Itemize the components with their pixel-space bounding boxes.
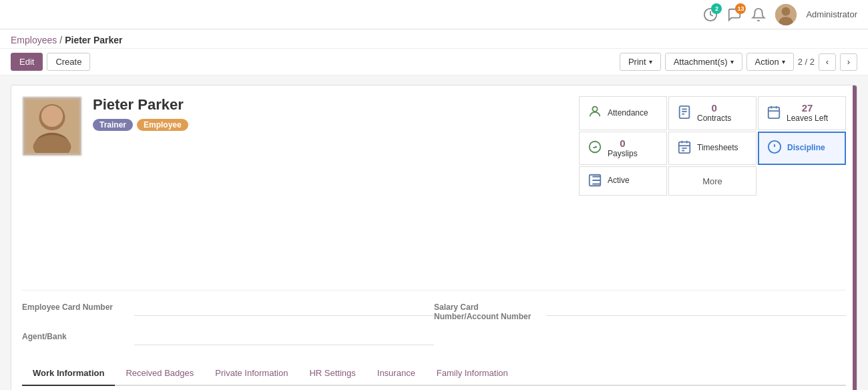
action-button[interactable]: Action ▾ xyxy=(746,53,794,71)
status-bar xyxy=(853,85,857,390)
active-button[interactable]: Active xyxy=(579,166,667,196)
payslips-label: Payslips xyxy=(608,149,638,160)
smart-buttons: Attendance 0 Contracts 27 Leaves Left xyxy=(579,96,846,196)
pagination-text: 2 / 2 xyxy=(798,57,815,67)
timesheets-icon xyxy=(677,140,692,156)
contracts-icon xyxy=(677,105,692,122)
nav-icons: 2 13 Administrator xyxy=(703,4,857,25)
leaves-button[interactable]: 27 Leaves Left xyxy=(758,96,846,130)
discipline-button[interactable]: Discipline xyxy=(758,132,846,166)
bell-icon-wrap[interactable] xyxy=(751,7,766,22)
user-avatar[interactable] xyxy=(775,4,797,25)
employee-photo-image xyxy=(25,100,79,153)
bell-icon xyxy=(751,7,766,22)
admin-label: Administrator xyxy=(806,9,857,19)
tabs-bar: Work Information Received Badges Private… xyxy=(22,361,846,386)
create-button[interactable]: Create xyxy=(47,53,90,71)
toolbar: Edit Create Print ▾ Attachment(s) ▾ Acti… xyxy=(0,49,868,75)
pagination-next[interactable]: › xyxy=(840,53,857,71)
chat-icon-wrap[interactable]: 13 xyxy=(727,7,742,22)
employee-badge: Employee xyxy=(137,119,188,131)
print-button[interactable]: Print ▾ xyxy=(620,53,661,71)
attachments-button[interactable]: Attachment(s) ▾ xyxy=(665,53,742,71)
tab-insurance[interactable]: Insurance xyxy=(367,361,426,386)
pagination: 2 / 2 ‹ › xyxy=(798,53,857,71)
timesheets-label: Timesheets xyxy=(697,143,738,154)
employee-card-label: Employee Card Number xyxy=(22,303,129,312)
more-button[interactable]: More xyxy=(668,166,756,196)
chat-badge: 13 xyxy=(735,3,746,14)
discipline-icon xyxy=(767,140,782,156)
leaves-icon xyxy=(767,105,781,122)
svg-rect-14 xyxy=(769,107,780,118)
clock-badge: 2 xyxy=(711,3,722,14)
trainer-badge: Trainer xyxy=(93,119,133,131)
attendance-button[interactable]: Attendance xyxy=(579,96,667,130)
salary-card-label: Salary Card Number/Account Number xyxy=(434,303,541,321)
contracts-count: 0 xyxy=(697,102,731,114)
clock-icon-wrap[interactable]: 2 xyxy=(703,7,718,22)
employee-card-field: Employee Card Number xyxy=(22,297,434,327)
attendance-icon xyxy=(588,104,602,122)
tab-content-work: Contact Information Work Address YourCom… xyxy=(22,386,846,390)
tab-hr-settings[interactable]: HR Settings xyxy=(298,361,366,386)
payslips-icon xyxy=(588,140,602,156)
tab-family-information[interactable]: Family Information xyxy=(426,361,519,386)
breadcrumb-bar: Employees / Pieter Parker xyxy=(0,29,868,49)
breadcrumb-parent[interactable]: Employees xyxy=(11,35,57,45)
leaves-count: 27 xyxy=(787,102,828,114)
contracts-button[interactable]: 0 Contracts xyxy=(668,96,756,130)
main-content: Pieter Parker Trainer Employee Attendanc… xyxy=(0,75,868,390)
salary-card-value[interactable] xyxy=(546,303,846,316)
print-caret-icon: ▾ xyxy=(649,58,652,65)
payslips-count: 0 xyxy=(608,138,638,149)
employee-photo xyxy=(22,96,82,156)
leaves-label: Leaves Left xyxy=(787,114,828,124)
breadcrumb-current: Pieter Parker xyxy=(65,35,122,45)
agent-bank-label: Agent/Bank xyxy=(22,332,129,341)
timesheets-button[interactable]: Timesheets xyxy=(668,132,756,166)
attachments-caret-icon: ▾ xyxy=(730,58,734,65)
tab-private-information[interactable]: Private Information xyxy=(204,361,298,386)
tab-work-information[interactable]: Work Information xyxy=(22,361,115,386)
attendance-label: Attendance xyxy=(608,108,648,119)
action-caret-icon: ▾ xyxy=(782,58,785,65)
agent-bank-value[interactable] xyxy=(134,332,434,345)
agent-bank-field: Agent/Bank xyxy=(22,327,434,351)
edit-button[interactable]: Edit xyxy=(11,53,43,71)
employee-card-value[interactable] xyxy=(134,303,434,316)
contracts-label: Contracts xyxy=(697,114,731,124)
breadcrumb: Employees / Pieter Parker xyxy=(11,35,123,45)
avatar-image xyxy=(775,4,797,25)
active-label: Active xyxy=(608,176,630,186)
svg-point-9 xyxy=(592,106,597,111)
fields-grid: Employee Card Number Salary Card Number/… xyxy=(22,290,846,351)
svg-point-2 xyxy=(782,7,791,15)
pagination-prev[interactable]: ‹ xyxy=(819,53,836,71)
payslips-button[interactable]: 0 Payslips xyxy=(579,132,667,166)
employee-card: Pieter Parker Trainer Employee Attendanc… xyxy=(11,85,857,390)
svg-point-7 xyxy=(41,106,63,127)
tab-received-badges[interactable]: Received Badges xyxy=(115,361,204,386)
discipline-label: Discipline xyxy=(787,143,825,154)
top-navigation: 2 13 Administrator xyxy=(0,0,868,29)
breadcrumb-separator: / xyxy=(59,35,62,45)
active-icon xyxy=(588,173,602,190)
salary-card-field: Salary Card Number/Account Number xyxy=(434,297,846,327)
